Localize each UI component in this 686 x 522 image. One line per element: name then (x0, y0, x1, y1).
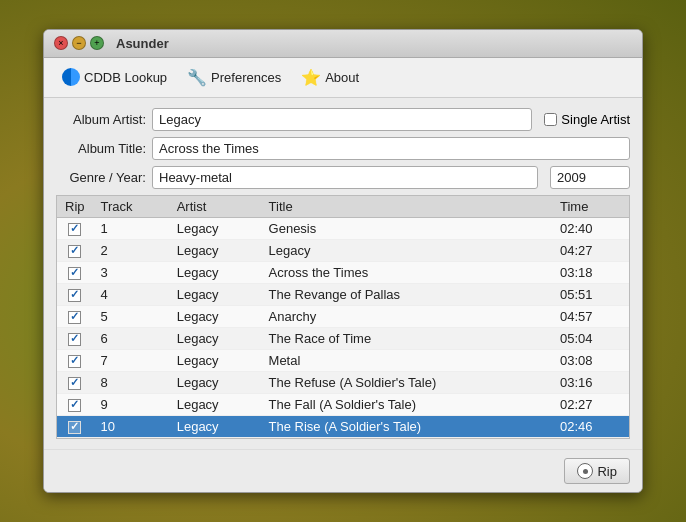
track-title: Legacy (261, 239, 552, 261)
track-time: 04:57 (552, 305, 629, 327)
col-artist: Artist (169, 196, 261, 218)
track-number: 5 (93, 305, 169, 327)
track-artist: Legacy (169, 394, 261, 416)
track-title: The Revange of Pallas (261, 283, 552, 305)
track-artist: Legacy (169, 372, 261, 394)
genre-input[interactable] (152, 166, 538, 189)
track-title: Metal (261, 350, 552, 372)
rip-checkbox-cell (57, 328, 93, 350)
toolbar: CDDB Lookup 🔧 Preferences ⭐ About (44, 58, 642, 98)
rip-checkbox-cell (57, 283, 93, 305)
track-title: The Rise (A Soldier's Tale) (261, 416, 552, 438)
rip-checkbox[interactable] (68, 245, 81, 258)
close-button[interactable]: × (54, 36, 68, 50)
track-artist: Legacy (169, 239, 261, 261)
preferences-label: Preferences (211, 70, 281, 85)
cddb-lookup-button[interactable]: CDDB Lookup (54, 64, 175, 90)
track-title: The Race of Time (261, 328, 552, 350)
minimize-icon: − (76, 38, 81, 48)
table-row[interactable]: 3 Legacy Across the Times 03:18 (57, 261, 629, 283)
table-row[interactable]: 4 Legacy The Revange of Pallas 05:51 (57, 283, 629, 305)
track-time: 02:40 (552, 217, 629, 239)
track-title: Anarchy (261, 305, 552, 327)
rip-checkbox-cell (57, 350, 93, 372)
rip-checkbox[interactable] (68, 267, 81, 280)
preferences-button[interactable]: 🔧 Preferences (179, 64, 289, 91)
window-title: Asunder (116, 36, 169, 51)
window-controls: × − + (54, 36, 104, 50)
rip-checkbox[interactable] (68, 355, 81, 368)
track-number: 4 (93, 283, 169, 305)
track-number: 6 (93, 328, 169, 350)
col-title: Title (261, 196, 552, 218)
minimize-button[interactable]: − (72, 36, 86, 50)
rip-checkbox[interactable] (68, 377, 81, 390)
album-title-label: Album Title: (56, 141, 146, 156)
track-artist: Legacy (169, 305, 261, 327)
table-row[interactable]: 5 Legacy Anarchy 04:57 (57, 305, 629, 327)
track-number: 8 (93, 372, 169, 394)
maximize-button[interactable]: + (90, 36, 104, 50)
track-number: 3 (93, 261, 169, 283)
rip-label: Rip (597, 464, 617, 479)
cddb-icon (62, 68, 80, 86)
rip-checkbox[interactable] (68, 289, 81, 302)
track-number: 10 (93, 416, 169, 438)
track-time: 03:16 (552, 372, 629, 394)
album-title-input[interactable] (152, 137, 630, 160)
rip-checkbox-cell (57, 305, 93, 327)
rip-checkbox[interactable] (68, 311, 81, 324)
col-time: Time (552, 196, 629, 218)
cddb-lookup-label: CDDB Lookup (84, 70, 167, 85)
col-rip: Rip (57, 196, 93, 218)
single-artist-label: Single Artist (561, 112, 630, 127)
table-row[interactable]: 9 Legacy The Fall (A Soldier's Tale) 02:… (57, 394, 629, 416)
table-row[interactable]: 10 Legacy The Rise (A Soldier's Tale) 02… (57, 416, 629, 438)
track-time: 04:27 (552, 239, 629, 261)
track-artist: Legacy (169, 217, 261, 239)
rip-button[interactable]: Rip (564, 458, 630, 484)
track-time: 05:04 (552, 328, 629, 350)
table-row[interactable]: 2 Legacy Legacy 04:27 (57, 239, 629, 261)
track-artist: Legacy (169, 416, 261, 438)
table-row[interactable]: 1 Legacy Genesis 02:40 (57, 217, 629, 239)
table-row[interactable]: 6 Legacy The Race of Time 05:04 (57, 328, 629, 350)
genre-year-label: Genre / Year: (56, 170, 146, 185)
album-artist-row: Album Artist: Single Artist (56, 108, 630, 131)
titlebar: × − + Asunder (44, 30, 642, 58)
single-artist-checkbox[interactable] (544, 113, 557, 126)
form-area: Album Artist: Single Artist Album Title:… (44, 98, 642, 450)
main-window: × − + Asunder CDDB Lookup 🔧 Preferences … (43, 29, 643, 494)
rip-checkbox[interactable] (68, 399, 81, 412)
track-number: 2 (93, 239, 169, 261)
rip-checkbox[interactable] (68, 333, 81, 346)
track-title: Across the Times (261, 261, 552, 283)
preferences-icon: 🔧 (187, 68, 207, 87)
album-artist-input[interactable] (152, 108, 532, 131)
about-button[interactable]: ⭐ About (293, 64, 367, 91)
rip-checkbox-cell (57, 217, 93, 239)
track-time: 02:27 (552, 394, 629, 416)
genre-year-row: Genre / Year: (56, 166, 630, 189)
album-artist-label: Album Artist: (56, 112, 146, 127)
track-title: The Fall (A Soldier's Tale) (261, 394, 552, 416)
table-header-row: Rip Track Artist Title Time (57, 196, 629, 218)
track-artist: Legacy (169, 283, 261, 305)
rip-checkbox[interactable] (68, 223, 81, 236)
track-title: The Refuse (A Soldier's Tale) (261, 372, 552, 394)
about-label: About (325, 70, 359, 85)
track-table-container: Rip Track Artist Title Time 1 Legacy Gen… (56, 195, 630, 440)
track-table: Rip Track Artist Title Time 1 Legacy Gen… (57, 196, 629, 439)
col-track: Track (93, 196, 169, 218)
year-input[interactable] (550, 166, 630, 189)
track-number: 1 (93, 217, 169, 239)
table-row[interactable]: 7 Legacy Metal 03:08 (57, 350, 629, 372)
track-time: 05:51 (552, 283, 629, 305)
rip-checkbox-cell (57, 394, 93, 416)
track-number: 9 (93, 394, 169, 416)
close-icon: × (58, 38, 63, 48)
track-number: 7 (93, 350, 169, 372)
table-row[interactable]: 8 Legacy The Refuse (A Soldier's Tale) 0… (57, 372, 629, 394)
about-icon: ⭐ (301, 68, 321, 87)
rip-checkbox[interactable] (68, 421, 81, 434)
